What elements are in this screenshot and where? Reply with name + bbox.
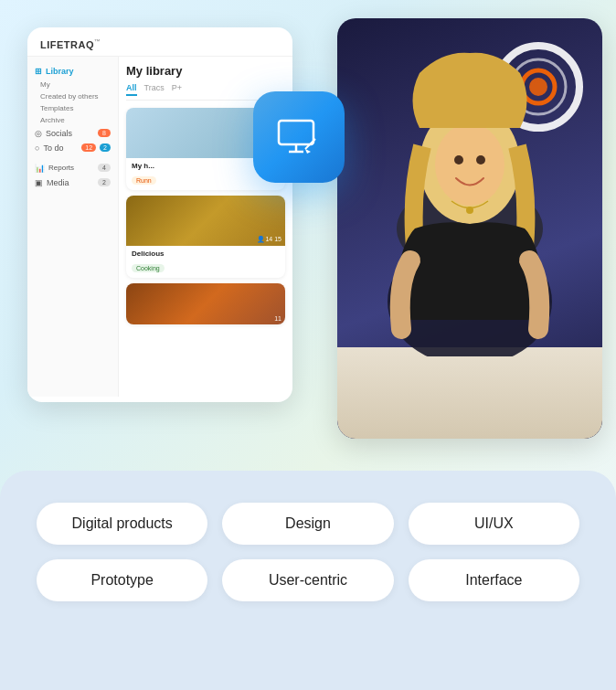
reports-icon: 📊: [35, 164, 45, 173]
library-card-3[interactable]: 11: [126, 283, 285, 324]
svg-rect-0: [279, 121, 313, 144]
tab-all[interactable]: All: [126, 83, 137, 96]
card-3-avatars: 11: [274, 315, 281, 322]
lifetraq-card: LIFETRAQ™ ⊞ Library My Created by others…: [27, 27, 292, 402]
svg-point-16: [476, 155, 485, 165]
bottom-pills-section: Digital products Design UI/UX Prototype …: [0, 471, 616, 690]
card-2-info: Delicious Cooking: [126, 246, 285, 278]
card-2-title: Delicious: [132, 249, 280, 258]
pill-user-centric[interactable]: User-centric: [222, 559, 393, 601]
sidebar-item-library[interactable]: ⊞ Library: [27, 64, 118, 79]
card-3-image: 11: [126, 283, 285, 324]
reports-badge: 4: [98, 164, 111, 172]
sidebar-sub-archive[interactable]: Archive: [27, 114, 118, 126]
pill-design[interactable]: Design: [222, 503, 393, 545]
todo-badge: 12: [81, 143, 96, 152]
sidebar-sub-created[interactable]: Created by others: [27, 90, 118, 102]
todo-badge-2: 2: [100, 143, 111, 152]
person-background: [337, 18, 602, 439]
sidebar-item-todo[interactable]: ○ To do 12 2: [27, 141, 118, 155]
svg-point-14: [435, 123, 504, 206]
sidebar-item-socials[interactable]: ◎ Socials 8: [27, 126, 118, 141]
card-2-tag: Cooking: [132, 264, 165, 272]
center-icon-card: [253, 91, 345, 183]
tab-tracs[interactable]: Tracs: [144, 83, 165, 96]
grid-icon: ⊞: [35, 67, 42, 76]
pills-grid: Digital products Design UI/UX Prototype …: [37, 503, 579, 601]
media-badge: 2: [98, 178, 111, 186]
card-2-avatars: 👤14 15: [257, 236, 281, 243]
media-icon: ▣: [35, 178, 43, 187]
sidebar-item-reports[interactable]: 📊 Reports 4: [27, 161, 118, 175]
screen-design-icon: [274, 117, 324, 158]
person-card: [337, 18, 602, 439]
sidebar-item-media[interactable]: ▣ Media 2: [27, 175, 118, 190]
pill-digital-products[interactable]: Digital products: [37, 503, 207, 545]
library-card-2[interactable]: 👤14 15 Delicious Cooking: [126, 196, 285, 278]
lifetraq-body: ⊞ Library My Created by others Templates…: [27, 57, 292, 397]
todo-icon: ○: [35, 143, 39, 153]
pill-uiux[interactable]: UI/UX: [409, 503, 579, 545]
lt-sidebar: ⊞ Library My Created by others Templates…: [27, 57, 119, 397]
card-2-image: 👤14 15: [126, 196, 285, 246]
svg-point-15: [454, 155, 463, 165]
sidebar-sub-my[interactable]: My: [27, 79, 118, 90]
library-title: My library: [126, 64, 285, 78]
socials-icon: ◎: [35, 129, 42, 138]
sidebar-sub-templates[interactable]: Templates: [27, 102, 118, 114]
pill-interface[interactable]: Interface: [409, 559, 579, 601]
svg-marker-4: [305, 149, 311, 154]
top-section: LIFETRAQ™ ⊞ Library My Created by others…: [0, 0, 616, 466]
tab-plus[interactable]: P+: [172, 83, 182, 96]
card-1-tag: Runn: [132, 176, 156, 185]
lifetraq-logo: LIFETRAQ™: [40, 38, 101, 50]
person-silhouette: [360, 46, 579, 356]
lifetraq-header: LIFETRAQ™: [27, 27, 292, 57]
table-surface: [337, 347, 602, 439]
pill-prototype[interactable]: Prototype: [37, 559, 207, 601]
socials-badge: 8: [98, 129, 111, 137]
